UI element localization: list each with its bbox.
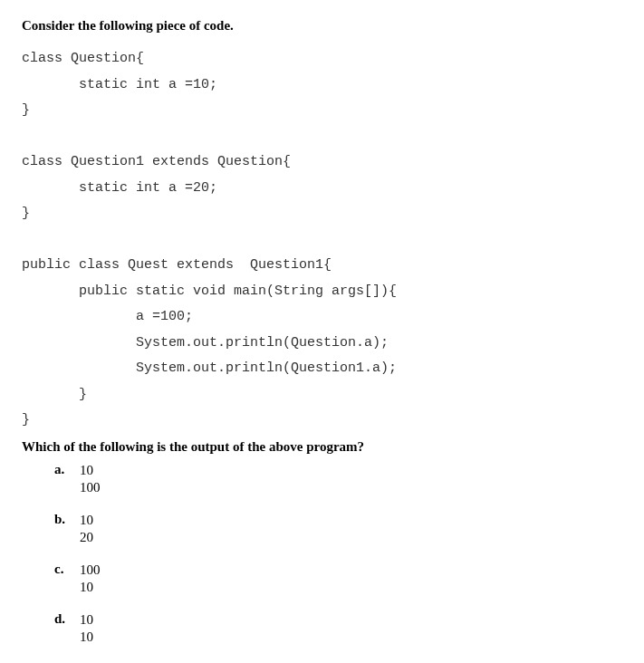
option-c[interactable]: c. 100 10 — [54, 562, 622, 597]
options-list: a. 10 100 b. 10 20 c. 100 10 d. 10 10 — [22, 462, 622, 647]
option-text: 10 10 — [80, 611, 93, 647]
intro-heading: Consider the following piece of code. — [22, 18, 622, 34]
question-text: Which of the following is the output of … — [22, 439, 622, 455]
option-text: 10 20 — [80, 512, 93, 547]
option-text: 10 100 — [80, 462, 101, 497]
option-text: 100 10 — [80, 562, 101, 597]
option-label: c. — [54, 562, 80, 577]
option-label: d. — [54, 611, 80, 627]
option-label: a. — [54, 462, 80, 477]
code-block: class Question{ static int a =10; } clas… — [22, 46, 622, 434]
option-b[interactable]: b. 10 20 — [54, 512, 622, 547]
option-label: b. — [54, 512, 80, 527]
option-a[interactable]: a. 10 100 — [54, 462, 622, 497]
option-d[interactable]: d. 10 10 — [54, 611, 622, 647]
